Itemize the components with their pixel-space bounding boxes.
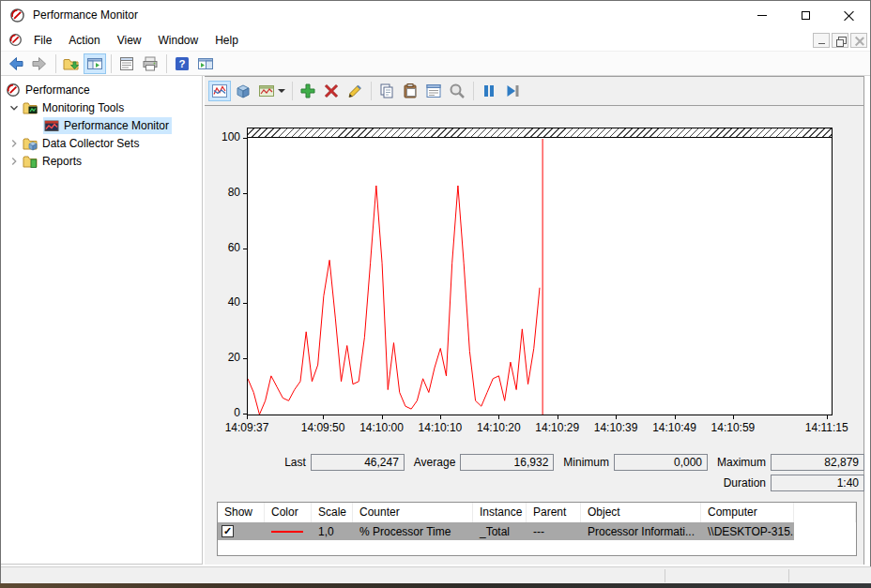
chart-plot [247, 128, 833, 415]
close-button[interactable] [827, 1, 870, 29]
maximize-button[interactable] [784, 1, 827, 29]
row-filler [794, 522, 856, 540]
x-axis-label: 14:09:37 [225, 421, 269, 434]
column-header-show[interactable]: Show [218, 503, 265, 522]
maximize-icon [802, 11, 810, 20]
tree-item-label: Performance [25, 83, 90, 97]
help-button[interactable]: ? [171, 53, 193, 74]
chevron-down-icon[interactable] [8, 101, 21, 114]
minimize-icon [757, 15, 767, 16]
counter-table: Show Color Scale Counter Instance Parent… [217, 502, 857, 556]
object-cell: Processor Informati... [581, 522, 701, 540]
column-header-color[interactable]: Color [265, 503, 312, 522]
title-bar: Performance Monitor [1, 1, 870, 29]
perfmon-logo-icon [8, 33, 23, 47]
y-axis-label: 100 [205, 130, 240, 143]
close-icon [844, 10, 854, 21]
forward-button[interactable] [28, 53, 51, 74]
column-header-instance[interactable]: Instance [473, 503, 527, 522]
tree-item-monitoring-tools[interactable]: Monitoring Tools [1, 98, 202, 116]
x-axis-tick [323, 415, 324, 419]
color-cell [265, 522, 312, 540]
action-pane-button[interactable] [194, 53, 217, 74]
folder-chart-icon [23, 100, 38, 115]
last-label: Last [284, 456, 306, 469]
chevron-right-icon[interactable] [8, 137, 21, 150]
minimize-button[interactable] [741, 1, 784, 29]
export-list-button[interactable] [115, 53, 138, 74]
mdi-close-button[interactable] [850, 33, 867, 48]
duration-label: Duration [724, 476, 766, 490]
console-tree-panel: Performance Monitoring Tools [1, 76, 203, 565]
duration-value: 1:40 [771, 475, 864, 491]
mdi-close-icon [855, 37, 863, 45]
menu-action[interactable]: Action [60, 31, 108, 50]
back-icon [7, 54, 25, 73]
maximum-label: Maximum [717, 456, 766, 469]
chevron-right-icon[interactable] [8, 155, 21, 168]
perfmon-logo-icon [6, 83, 21, 98]
column-header-filler [794, 503, 856, 522]
x-axis-label: 14:10:00 [359, 421, 404, 434]
x-axis-tick [675, 415, 676, 419]
tree-item-data-collector-sets[interactable]: Data Collector Sets [1, 134, 202, 152]
chart-top-hatch [248, 128, 832, 138]
counter-color-swatch [271, 531, 303, 533]
print-icon [141, 54, 160, 73]
mdi-restore-icon [836, 37, 845, 45]
show-console-tree-button[interactable] [84, 53, 106, 74]
x-axis-tick [498, 415, 499, 419]
show-checkbox-checked[interactable] [222, 525, 234, 537]
back-button[interactable] [5, 53, 27, 74]
mdi-minimize-button[interactable] [813, 33, 830, 48]
x-axis-label: 14:10:59 [711, 421, 756, 434]
tree-item-performance[interactable]: Performance [1, 81, 202, 98]
menu-view[interactable]: View [109, 31, 150, 50]
tree-item-reports[interactable]: Reports [1, 152, 202, 170]
tree-item-performance-monitor[interactable]: Performance Monitor [1, 116, 202, 134]
menu-help[interactable]: Help [206, 31, 247, 50]
svg-text:?: ? [178, 58, 185, 69]
x-axis-tick [247, 415, 248, 419]
mdi-restore-button[interactable] [832, 33, 848, 48]
menu-window[interactable]: Window [150, 31, 207, 50]
instance-cell: _Total [473, 522, 527, 540]
column-header-parent[interactable]: Parent [527, 503, 581, 522]
column-header-computer[interactable]: Computer [701, 503, 794, 522]
column-header-object[interactable]: Object [581, 503, 701, 522]
export-list-icon [117, 54, 136, 73]
print-button[interactable] [139, 53, 161, 74]
tree-selection-highlight: Performance Monitor [43, 117, 172, 134]
computer-cell: \\DESKTOP-315... [701, 522, 794, 540]
perfmon-logo-icon [9, 8, 25, 23]
minimum-label: Minimum [563, 456, 609, 469]
scale-cell: 1,0 [312, 522, 353, 540]
x-axis-label: 14:09:50 [301, 421, 345, 434]
mdi-minimize-icon [818, 43, 825, 44]
folder-arrow-icon [62, 54, 81, 73]
mdi-window-buttons [813, 33, 867, 48]
toolbar-separator [55, 54, 56, 73]
folder-report-icon [23, 154, 38, 169]
column-header-counter[interactable]: Counter [353, 503, 473, 522]
x-axis-label: 14:10:29 [535, 421, 579, 434]
column-header-scale[interactable]: Scale [312, 503, 353, 522]
y-axis-label: 80 [205, 186, 240, 199]
status-bar-divider [665, 569, 665, 582]
x-axis-tick [827, 415, 828, 419]
folder-cube-icon [23, 136, 38, 151]
y-axis-tick [243, 193, 247, 194]
x-axis-label: 14:11:15 [805, 421, 848, 434]
counter-row[interactable]: 1,0 % Processor Time _Total --- Processo… [218, 522, 856, 540]
x-axis-label: 14:10:10 [419, 421, 463, 434]
maximum-value: 82,879 [771, 454, 864, 471]
tree-item-label: Data Collector Sets [42, 137, 139, 150]
chart-monitor-icon [44, 118, 59, 133]
folder-arrow-button[interactable] [60, 53, 83, 74]
x-axis-tick [616, 415, 617, 419]
desktop-edge-strip [0, 583, 871, 588]
tree-item-label: Reports [42, 155, 82, 168]
y-axis-tick [243, 358, 247, 359]
menu-file[interactable]: File [25, 31, 60, 50]
y-axis-label: 60 [205, 241, 240, 254]
